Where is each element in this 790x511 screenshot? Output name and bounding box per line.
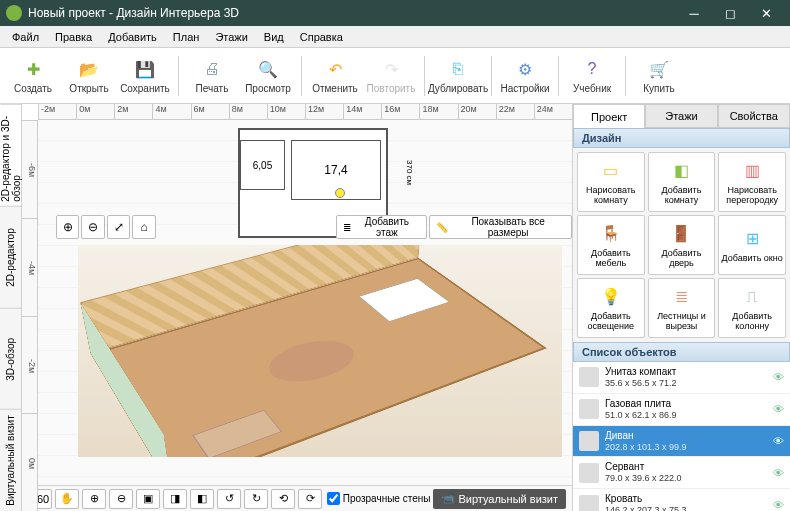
design-icon: 🪑 (598, 221, 624, 247)
ruler-tick: 8м (229, 104, 267, 119)
design-icon: ⊞ (739, 226, 765, 252)
ruler-tick: 6м (191, 104, 229, 119)
design-btn[interactable]: ◧Добавить комнату (648, 152, 716, 212)
duplicate-button[interactable]: ⎘Дублировать (431, 51, 485, 101)
menu-план[interactable]: План (165, 29, 208, 45)
object-item[interactable]: Газовая плита51.0 x 62.1 x 86.9👁 (573, 394, 790, 426)
redo-button[interactable]: ↷Повторить (364, 51, 418, 101)
virtual-visit-button[interactable]: 📹Виртуальный визит (433, 489, 566, 509)
object-icon (579, 495, 599, 511)
menu-справка[interactable]: Справка (292, 29, 351, 45)
zoom-out-button[interactable]: ⊖ (109, 489, 133, 509)
rotate-right-button[interactable]: ↻ (244, 489, 268, 509)
minimize-button[interactable]: ─ (676, 0, 712, 26)
visibility-icon[interactable]: 👁 (773, 467, 784, 479)
buy-button[interactable]: 🛒Купить (632, 51, 686, 101)
separator (491, 56, 492, 96)
rtab-Проект[interactable]: Проект (573, 104, 645, 128)
zoom-in-button[interactable]: ⊕ (56, 215, 79, 239)
object-item[interactable]: Кровать146.2 x 207.3 x 75.3👁 (573, 489, 790, 511)
menu-добавить[interactable]: Добавить (100, 29, 165, 45)
vtab-3[interactable]: Виртуальный визит (0, 409, 21, 511)
rotate-down-button[interactable]: ⟳ (298, 489, 322, 509)
visibility-icon[interactable]: 👁 (773, 403, 784, 415)
design-icon: ▥ (739, 158, 765, 184)
design-icon: ▭ (598, 158, 624, 184)
design-btn[interactable]: 🪑Добавить мебель (577, 215, 645, 275)
stairs-icon: ≣ (343, 222, 351, 233)
objects-header: Список объектов (573, 342, 790, 362)
object-icon (579, 367, 599, 387)
menu-этажи[interactable]: Этажи (207, 29, 255, 45)
vtab-0[interactable]: 2D-редактор и 3D-обзор (0, 104, 21, 206)
settings-icon: ⚙ (513, 57, 537, 81)
rotate-up-button[interactable]: ⟲ (271, 489, 295, 509)
menu-правка[interactable]: Правка (47, 29, 100, 45)
design-btn[interactable]: ⎍Добавить колонну (718, 278, 786, 338)
view-side-button[interactable]: ◧ (190, 489, 214, 509)
object-icon (579, 431, 599, 451)
preview-button[interactable]: 🔍Просмотр (241, 51, 295, 101)
ruler-horizontal: -2м0м2м4м6м8м10м12м14м16м18м20м22м24м (38, 104, 572, 120)
settings-button[interactable]: ⚙Настройки (498, 51, 552, 101)
ruler-tick: 2м (114, 104, 152, 119)
close-button[interactable]: ✕ (748, 0, 784, 26)
rtab-Свойства[interactable]: Свойства (718, 104, 790, 128)
object-item[interactable]: Диван202.8 x 101.3 x 99.9👁 (573, 426, 790, 458)
show-dimensions-button[interactable]: 📏Показывать все размеры (429, 215, 572, 239)
vtab-1[interactable]: 2D-редактор (0, 206, 21, 308)
tutorial-button[interactable]: ?Учебник (565, 51, 619, 101)
ruler-tick: 22м (496, 104, 534, 119)
create-button[interactable]: ✚Создать (6, 51, 60, 101)
viewport[interactable]: 6,05 17,4 370 см ⊕ ⊖ ⤢ ⌂ ≣Добавить этаж … (38, 120, 572, 485)
home-button[interactable]: ⌂ (132, 215, 155, 239)
ruler-tick: 0м (22, 413, 37, 511)
print-button[interactable]: 🖨Печать (185, 51, 239, 101)
visibility-icon[interactable]: 👁 (773, 435, 784, 447)
design-btn[interactable]: 🚪Добавить дверь (648, 215, 716, 275)
camera-icon: 📹 (441, 492, 455, 505)
design-header: Дизайн (573, 128, 790, 148)
add-floor-button[interactable]: ≣Добавить этаж (336, 215, 428, 239)
design-btn[interactable]: 💡Добавить освещение (577, 278, 645, 338)
visibility-icon[interactable]: 👁 (773, 371, 784, 383)
pan-button[interactable]: ✋ (55, 489, 79, 509)
camera-marker[interactable] (335, 188, 345, 198)
plan-tools: ⊕ ⊖ ⤢ ⌂ ≣Добавить этаж 📏Показывать все р… (56, 215, 572, 239)
view-top-button[interactable]: ▣ (136, 489, 160, 509)
design-icon: 💡 (598, 284, 624, 310)
design-btn[interactable]: ⊞Добавить окно (718, 215, 786, 275)
right-panel: ПроектЭтажиСвойства Дизайн ▭Нарисовать к… (572, 104, 790, 511)
design-btn[interactable]: ▥Нарисовать перегородку (718, 152, 786, 212)
zoom-fit-button[interactable]: ⤢ (107, 215, 130, 239)
render-3d[interactable] (78, 245, 562, 457)
menu-вид[interactable]: Вид (256, 29, 292, 45)
rtab-Этажи[interactable]: Этажи (645, 104, 717, 128)
rotate-left-button[interactable]: ↺ (217, 489, 241, 509)
undo-button[interactable]: ↶Отменить (308, 51, 362, 101)
room-label: 6,05 (240, 140, 285, 190)
ruler-tick: 12м (305, 104, 343, 119)
window-title: Новый проект - Дизайн Интерьера 3D (28, 6, 676, 20)
view-front-button[interactable]: ◨ (163, 489, 187, 509)
zoom-out-button[interactable]: ⊖ (81, 215, 104, 239)
buy-icon: 🛒 (647, 57, 671, 81)
design-btn[interactable]: ≣Лестницы и вырезы (648, 278, 716, 338)
visibility-icon[interactable]: 👁 (773, 499, 784, 511)
menu-файл[interactable]: Файл (4, 29, 47, 45)
open-icon: 📂 (77, 57, 101, 81)
design-btn[interactable]: ▭Нарисовать комнату (577, 152, 645, 212)
objects-list: Унитаз компакт35.6 x 56.5 x 71.2👁Газовая… (573, 362, 790, 511)
vtab-2[interactable]: 3D-обзор (0, 308, 21, 410)
maximize-button[interactable]: ◻ (712, 0, 748, 26)
open-button[interactable]: 📂Открыть (62, 51, 116, 101)
transparent-walls-checkbox[interactable]: Прозрачные стены (327, 492, 431, 505)
save-button[interactable]: 💾Сохранить (118, 51, 172, 101)
titlebar: Новый проект - Дизайн Интерьера 3D ─ ◻ ✕ (0, 0, 790, 26)
ruler-tick: -4м (22, 218, 37, 316)
zoom-in-button[interactable]: ⊕ (82, 489, 106, 509)
object-item[interactable]: Сервант79.0 x 39.6 x 222.0👁 (573, 457, 790, 489)
object-item[interactable]: Унитаз компакт35.6 x 56.5 x 71.2👁 (573, 362, 790, 394)
separator (424, 56, 425, 96)
ruler-tick: 16м (381, 104, 419, 119)
